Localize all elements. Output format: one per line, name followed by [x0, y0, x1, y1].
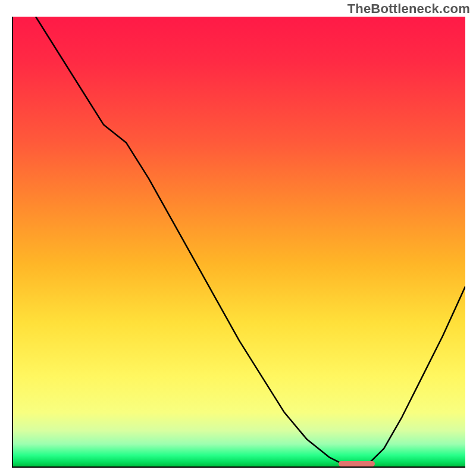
plot-area [12, 17, 465, 468]
optimal-range-marker [339, 461, 375, 466]
watermark-text: TheBottleneck.com [347, 1, 470, 17]
chart-container: TheBottleneck.com [0, 0, 476, 476]
bottleneck-curve [13, 17, 465, 466]
